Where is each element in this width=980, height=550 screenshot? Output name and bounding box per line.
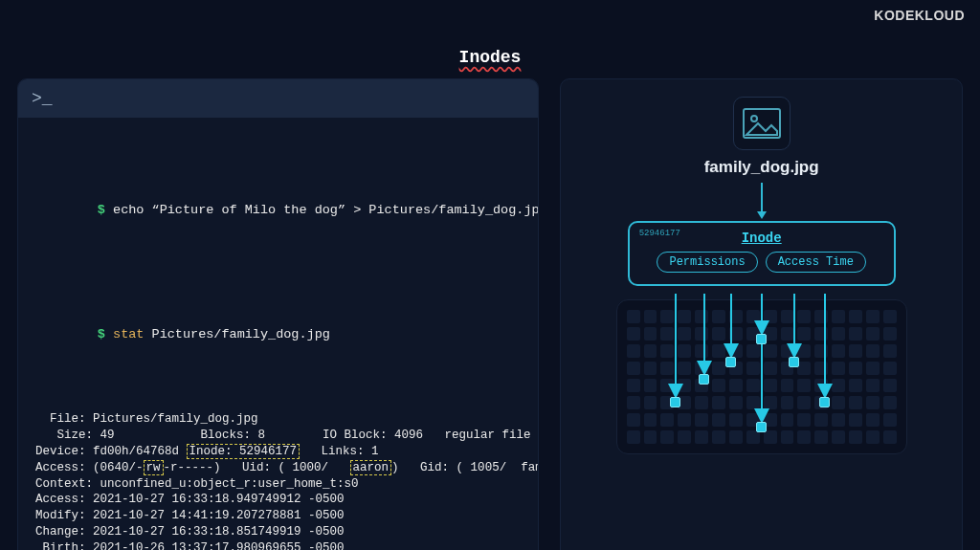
disk-cell bbox=[627, 344, 640, 358]
disk-cell bbox=[832, 362, 845, 375]
access-time-chip: Access Time bbox=[766, 252, 866, 273]
disk-cell bbox=[764, 396, 777, 409]
disk-cell bbox=[781, 379, 794, 392]
main-layout: > $ echo “Picture of Milo the dog” > Pic… bbox=[0, 78, 980, 550]
disk-cell bbox=[832, 430, 845, 444]
disk-cell bbox=[729, 396, 743, 409]
disk-cell bbox=[781, 344, 794, 358]
disk-cell bbox=[678, 310, 691, 323]
prompt-dollar: $ bbox=[98, 327, 105, 341]
disk-cell bbox=[814, 379, 828, 392]
disk-cell bbox=[678, 327, 691, 341]
disk-cell bbox=[866, 310, 880, 323]
disk-cell bbox=[695, 413, 708, 427]
disk-cell bbox=[849, 310, 862, 323]
disk-cell bbox=[660, 344, 674, 358]
disk-cell bbox=[644, 327, 657, 341]
stat-line: Access: 2021-10-27 16:33:18.949749912 -0… bbox=[35, 493, 345, 506]
disk-cell bbox=[814, 413, 828, 427]
inode-highlight: Inode: 52946177 bbox=[187, 444, 301, 459]
disk-cell bbox=[746, 379, 760, 392]
disk-cell bbox=[866, 344, 880, 358]
permissions-chip: Permissions bbox=[657, 252, 757, 273]
disk-cell bbox=[729, 379, 743, 392]
inode-chips: Permissions Access Time bbox=[639, 252, 884, 273]
stat-line: File: Pictures/family_dog.jpg bbox=[35, 412, 258, 426]
disk-cell bbox=[832, 310, 845, 323]
disk-cell bbox=[644, 396, 657, 409]
disk-cell bbox=[729, 310, 743, 323]
disk-cell bbox=[883, 413, 897, 427]
disk-cell bbox=[797, 379, 811, 392]
disk-cell bbox=[660, 327, 674, 341]
disk-cell bbox=[660, 310, 674, 323]
diagram-panel: family_dog.jpg 52946177 Inode Permission… bbox=[560, 78, 963, 550]
disk-cell bbox=[729, 327, 743, 341]
echo-command-text: echo “Picture of Milo the dog” > Picture… bbox=[113, 203, 539, 217]
disk-cell bbox=[712, 327, 725, 341]
data-block bbox=[699, 374, 709, 385]
disk-cell bbox=[695, 396, 708, 409]
data-block bbox=[756, 422, 767, 432]
disk-cell bbox=[832, 379, 845, 392]
disk-cell bbox=[695, 310, 708, 323]
disk-cell bbox=[883, 396, 897, 409]
disk-cell bbox=[781, 396, 794, 409]
disk-cell bbox=[729, 413, 743, 427]
disk-cell bbox=[627, 310, 640, 323]
disk-cell bbox=[678, 430, 691, 444]
disk-cell bbox=[764, 344, 777, 358]
disk-cell bbox=[627, 327, 640, 341]
disk-cell bbox=[814, 362, 828, 375]
filename-label: family_dog.jpg bbox=[704, 158, 819, 177]
disk-cell bbox=[678, 344, 691, 358]
disk-cell bbox=[627, 413, 640, 427]
svg-marker-3 bbox=[757, 211, 767, 219]
disk-cell bbox=[746, 310, 760, 323]
disk-cell bbox=[832, 396, 845, 409]
user-highlight: aaron bbox=[350, 460, 392, 475]
prompt-glyph: > bbox=[32, 89, 42, 108]
disk-cell bbox=[644, 430, 657, 444]
disk-cell bbox=[866, 362, 880, 375]
stat-line: ) Gid: ( 1005/ family) bbox=[391, 461, 539, 474]
disk-cell bbox=[781, 430, 794, 444]
disk-wrap bbox=[616, 296, 907, 454]
disk-cell bbox=[660, 430, 674, 444]
disk-cell bbox=[712, 310, 725, 323]
data-block bbox=[789, 357, 799, 367]
disk-cell bbox=[849, 344, 862, 358]
disk-cell bbox=[644, 310, 657, 323]
disk-cell bbox=[866, 327, 880, 341]
disk-cell bbox=[712, 413, 725, 427]
disk-cell bbox=[866, 396, 880, 409]
stat-line: Context: unconfined_u:object_r:user_home… bbox=[35, 477, 359, 491]
disk-cell bbox=[712, 379, 725, 392]
terminal-prompt-bar[interactable]: > bbox=[18, 79, 538, 118]
disk-cell bbox=[660, 379, 674, 392]
disk-cell bbox=[729, 344, 743, 358]
disk-cell bbox=[797, 362, 811, 375]
stat-output: File: Pictures/family_dog.jpg Size: 49 B… bbox=[35, 411, 521, 550]
disk-cell bbox=[627, 396, 640, 409]
disk-cell bbox=[832, 344, 845, 358]
stat-arg: Pictures/family_dog.jpg bbox=[144, 327, 329, 341]
disk-cell bbox=[644, 413, 657, 427]
disk-cell bbox=[678, 362, 691, 375]
disk-cell bbox=[644, 362, 657, 375]
disk-cell bbox=[883, 344, 897, 358]
disk-cell bbox=[746, 430, 760, 444]
disk-cell bbox=[883, 327, 897, 341]
disk-cell bbox=[678, 413, 691, 427]
stat-line: Size: 49 Blocks: 8 IO Block: 4096 regula… bbox=[35, 429, 531, 442]
disk-cell bbox=[866, 430, 880, 444]
disk-cell bbox=[814, 430, 828, 444]
inode-number: 52946177 bbox=[639, 229, 680, 238]
disk-cell bbox=[712, 344, 725, 358]
disk-cell bbox=[764, 379, 777, 392]
data-block bbox=[670, 397, 680, 407]
disk-cell bbox=[695, 327, 708, 341]
disk-cell bbox=[814, 344, 828, 358]
inode-box: 52946177 Inode Permissions Access Time bbox=[628, 221, 896, 286]
disk-cell bbox=[814, 327, 828, 341]
